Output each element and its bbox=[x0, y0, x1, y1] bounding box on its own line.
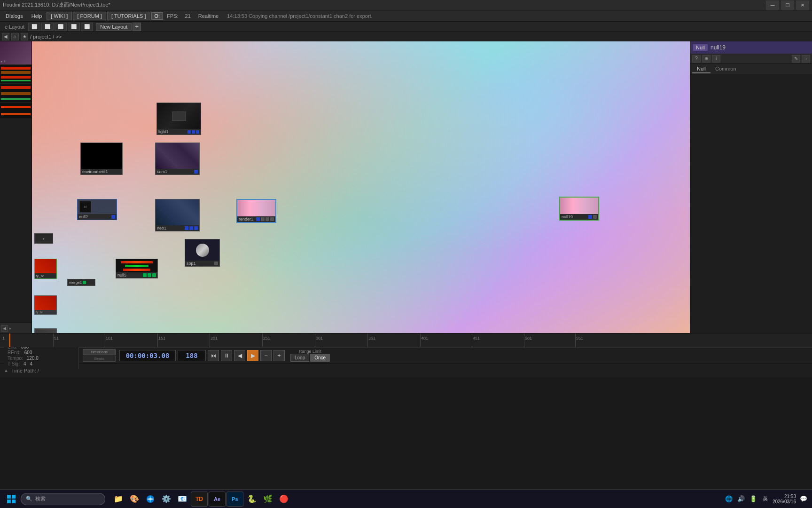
taskbar-app-photoshop[interactable]: 🎨 bbox=[127, 492, 142, 507]
layout-btn-5[interactable]: ⬜ bbox=[81, 23, 93, 31]
sidebar-expand-btn[interactable]: ◀ bbox=[1, 325, 8, 332]
node-geo1[interactable]: neo1 bbox=[155, 199, 200, 231]
frame-display[interactable]: 188 bbox=[178, 350, 206, 361]
sys-notification-icon[interactable]: 💬 bbox=[799, 494, 808, 504]
node-merge1[interactable]: merge1 bbox=[67, 279, 95, 286]
menu-wiki[interactable]: [ WIKI ] bbox=[47, 12, 72, 20]
timecode-mode-btn[interactable]: TimeCode bbox=[83, 349, 116, 355]
node-small-thumb[interactable] bbox=[34, 328, 57, 333]
layout-btn-3[interactable]: ⬜ bbox=[55, 23, 67, 31]
rend-value: 600 bbox=[24, 350, 32, 355]
sidebar-thumb-4[interactable] bbox=[0, 103, 31, 119]
timecode-mode-wrapper: TimeCode Beats bbox=[83, 349, 116, 362]
timecode-display[interactable]: 00:00:03.08 bbox=[119, 350, 176, 361]
once-button[interactable]: Once bbox=[310, 354, 330, 362]
menu-help[interactable]: Help bbox=[28, 12, 46, 20]
sys-network-icon[interactable]: 🌐 bbox=[724, 494, 734, 504]
node-project2[interactable]: fy_tv bbox=[34, 259, 57, 279]
node-dot bbox=[261, 217, 265, 221]
node-dot bbox=[265, 217, 269, 221]
layout-btn-4[interactable]: ⬜ bbox=[68, 23, 80, 31]
minus-button[interactable]: − bbox=[260, 350, 272, 361]
timeline-area[interactable]: 1 51 101 151 201 251 301 351 401 451 501… bbox=[0, 333, 812, 347]
node-dot bbox=[148, 273, 151, 277]
taskbar-search[interactable]: 🔍 検索 bbox=[21, 493, 105, 505]
node-environment1[interactable]: environment1 bbox=[80, 143, 123, 175]
node-geo1-label: neo1 bbox=[157, 226, 184, 230]
sidebar-label-1: ▸ 4 bbox=[1, 60, 6, 64]
layout-btn-2[interactable]: ⬜ bbox=[41, 23, 54, 31]
node-render1[interactable]: render1 bbox=[236, 199, 276, 223]
tab-null[interactable]: Null bbox=[692, 65, 710, 73]
right-panel-header: Null null19 bbox=[690, 41, 812, 54]
node-light1[interactable]: light1 bbox=[156, 103, 201, 135]
sidebar-thumb-1[interactable]: ▸ 4 bbox=[0, 41, 31, 65]
ruler-line bbox=[53, 333, 54, 347]
plus-button[interactable]: + bbox=[273, 350, 285, 361]
timeline-ruler: 1 51 101 151 201 251 301 351 401 451 501… bbox=[0, 333, 812, 347]
close-button[interactable]: × bbox=[796, 0, 809, 10]
taskbar-app-ps[interactable]: Ps bbox=[226, 492, 243, 507]
play-button[interactable]: ▶ bbox=[247, 350, 258, 361]
taskbar-app-misc1[interactable]: 🐍 bbox=[244, 492, 259, 507]
taskbar-app-td[interactable]: TD bbox=[191, 492, 208, 507]
taskbar-app-mail[interactable]: 📧 bbox=[175, 492, 190, 507]
beats-mode-btn[interactable]: Beats bbox=[83, 356, 116, 362]
taskbar-app-ae[interactable]: Ae bbox=[209, 492, 226, 507]
path-nav-home[interactable]: ⌂ bbox=[11, 33, 19, 40]
maximize-button[interactable]: □ bbox=[781, 0, 794, 10]
svg-rect-12 bbox=[12, 495, 16, 499]
rp-lock-btn[interactable]: → bbox=[802, 55, 810, 63]
node-null19[interactable]: null19 bbox=[559, 197, 599, 221]
pause-button[interactable]: ⏸ bbox=[221, 350, 232, 361]
rp-info-btn[interactable]: i bbox=[712, 55, 720, 63]
status-text: 14:13:53 Copying channel /project1/const… bbox=[223, 13, 810, 19]
rp-question-btn[interactable]: ? bbox=[692, 55, 701, 63]
rp-bookmark-btn[interactable]: ⊕ bbox=[702, 55, 710, 63]
range-limit-section: Range Limit Loop Once bbox=[290, 349, 330, 362]
add-layout-button[interactable]: + bbox=[133, 23, 141, 31]
layout-btn-1[interactable]: ⬜ bbox=[28, 23, 40, 31]
ruler-line bbox=[575, 333, 576, 347]
taskbar-app-misc2[interactable]: 🌿 bbox=[260, 492, 275, 507]
tab-common[interactable]: Common bbox=[710, 65, 741, 73]
node-merge1-footer: merge1 bbox=[68, 279, 95, 286]
prev-frame-button[interactable]: ◀ bbox=[234, 350, 245, 361]
node-canvas[interactable]: light1 environment1 cam1 bbox=[32, 41, 690, 333]
node-project2-footer: fy_tv bbox=[35, 273, 56, 278]
sidebar-thumb-2[interactable] bbox=[0, 65, 31, 84]
start-button[interactable] bbox=[4, 492, 19, 507]
node-dot bbox=[83, 281, 86, 284]
sys-volume-icon[interactable]: 🔊 bbox=[736, 494, 746, 504]
taskbar-app-gear[interactable]: ⚙️ bbox=[159, 492, 174, 507]
node-null5[interactable]: null5 bbox=[116, 259, 158, 278]
path-nav-bookmark[interactable]: ★ bbox=[21, 33, 28, 40]
realtime-toggle[interactable]: Realtime bbox=[195, 12, 222, 20]
new-layout-button[interactable]: New Layout bbox=[96, 23, 132, 31]
menu-tutorials[interactable]: [ TUTORIALS ] bbox=[107, 12, 150, 20]
menu-dialogs[interactable]: Dialogs bbox=[2, 12, 27, 20]
node-dot bbox=[187, 130, 191, 134]
taskbar-app-misc3[interactable]: 🔴 bbox=[276, 492, 291, 507]
oi-button[interactable]: OI bbox=[151, 12, 164, 20]
node-cam1[interactable]: cam1 bbox=[155, 143, 200, 175]
menu-forum[interactable]: [ FORUM ] bbox=[73, 12, 106, 20]
taskbar-app-explorer[interactable]: 📁 bbox=[111, 492, 126, 507]
rp-edit-btn[interactable]: ✎ bbox=[792, 55, 800, 63]
node-bottom-left-1[interactable]: fy_tv bbox=[34, 295, 57, 315]
to-start-button[interactable]: ⏮ bbox=[208, 350, 219, 361]
null-type-badge: Null bbox=[693, 44, 708, 51]
path-status-bar: ▲ Time Path: / bbox=[0, 363, 812, 377]
path-nav-left[interactable]: ◀ bbox=[2, 33, 9, 40]
taskbar-app-browser[interactable] bbox=[143, 492, 158, 507]
minimize-button[interactable]: ─ bbox=[766, 0, 779, 10]
taskbar-system: 🌐 🔊 🔋 英 21:53 2026/03/16 💬 bbox=[724, 494, 808, 504]
node-null2[interactable]: id null2 bbox=[77, 199, 117, 220]
node-sop1[interactable]: sop1 bbox=[185, 239, 220, 267]
sidebar-thumb-3[interactable] bbox=[0, 84, 31, 103]
sys-battery-icon[interactable]: 🔋 bbox=[749, 494, 758, 504]
node-mini-group[interactable]: ▸ bbox=[34, 233, 53, 244]
taskbar-apps: 📁 🎨 ⚙️ 📧 TD Ae Ps 🐍 🌿 🔴 bbox=[111, 492, 291, 507]
loop-button[interactable]: Loop bbox=[290, 354, 309, 362]
search-icon: 🔍 bbox=[26, 496, 32, 502]
